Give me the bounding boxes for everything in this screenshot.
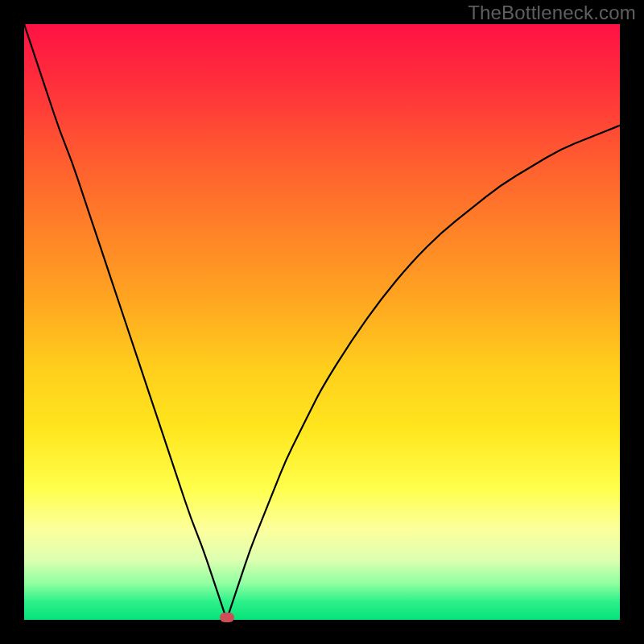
minimum-marker: [220, 613, 234, 622]
bottleneck-curve: [24, 24, 620, 620]
chart-frame: TheBottleneck.com: [0, 0, 644, 644]
plot-area: [24, 24, 620, 620]
watermark-text: TheBottleneck.com: [468, 2, 636, 24]
